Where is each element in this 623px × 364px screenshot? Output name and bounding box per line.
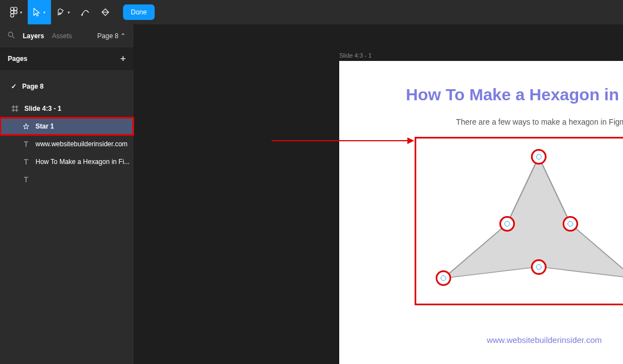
vertex-point[interactable]	[531, 149, 547, 165]
done-button[interactable]: Done	[123, 4, 155, 20]
text-icon	[22, 141, 30, 147]
page-row[interactable]: ✓ Page 8	[0, 78, 134, 95]
layer-row-text[interactable]: www.websitebuilderinsider.com	[0, 135, 134, 153]
page-row-label: Page 8	[22, 83, 44, 90]
svg-point-6	[8, 32, 13, 37]
frame-icon	[11, 105, 19, 112]
bend-tool-button[interactable]	[75, 0, 95, 24]
paint-bucket-tool-button[interactable]	[95, 0, 115, 24]
tab-layers[interactable]: Layers	[23, 32, 44, 40]
canvas[interactable]: Slide 4:3 - 1 How To Make a Hexagon in F…	[134, 24, 623, 364]
pages-header: Pages +	[0, 48, 134, 70]
page-selector[interactable]: Page 8 ⌃	[98, 32, 126, 40]
pen-tool-button[interactable]: ▾	[51, 0, 75, 24]
slide-subtitle: There are a few ways to make a hexagon i…	[339, 117, 623, 126]
vertex-point[interactable]	[531, 259, 547, 275]
star-shape[interactable]	[433, 150, 623, 293]
chevron-up-icon: ⌃	[120, 32, 126, 40]
frame-label[interactable]: Slide 4:3 - 1	[339, 52, 372, 59]
svg-point-4	[11, 14, 14, 17]
chevron-down-icon: ▾	[43, 10, 45, 15]
toolbar: ▾ ▾ ▾ Done	[0, 0, 623, 24]
slide-frame[interactable]: How To Make a Hexagon in Figma? There ar…	[339, 61, 623, 364]
svg-point-0	[11, 7, 14, 11]
svg-line-7	[12, 36, 14, 38]
layer-row-star[interactable]: Star 1	[0, 117, 134, 135]
check-icon: ✓	[11, 83, 17, 90]
vertex-point[interactable]	[499, 216, 515, 232]
annotation-arrow	[272, 140, 413, 141]
layers-list: Slide 4:3 - 1 Star 1 www.websitebuilderi…	[0, 100, 134, 188]
vertex-point[interactable]	[563, 216, 578, 232]
layer-label: www.websitebuilderinsider.com	[35, 140, 127, 148]
add-page-button[interactable]: +	[120, 53, 126, 64]
layer-label: Star 1	[35, 122, 54, 130]
svg-marker-8	[443, 157, 623, 278]
slide-footer: www.websitebuilderinsider.com	[339, 335, 623, 345]
chevron-down-icon: ▾	[68, 10, 70, 15]
layer-label: How To Make a Hexagon in Fi...	[35, 158, 130, 166]
text-icon	[22, 159, 30, 165]
layer-row-frame[interactable]: Slide 4:3 - 1	[0, 100, 134, 117]
svg-point-3	[14, 11, 17, 14]
svg-point-1	[14, 7, 17, 11]
layer-row-text[interactable]	[0, 171, 134, 188]
slide-title: How To Make a Hexagon in Figma?	[339, 61, 623, 104]
tab-assets[interactable]: Assets	[52, 32, 72, 40]
svg-point-5	[81, 14, 83, 16]
chevron-down-icon: ▾	[20, 10, 22, 15]
layer-row-text[interactable]: How To Make a Hexagon in Fi...	[0, 153, 134, 171]
annotation-box	[415, 137, 623, 305]
star-icon	[22, 123, 30, 130]
figma-menu-button[interactable]: ▾	[4, 0, 28, 24]
pages-label: Pages	[8, 55, 27, 63]
layer-label: Slide 4:3 - 1	[24, 105, 62, 112]
move-tool-button[interactable]: ▾	[28, 0, 51, 24]
left-panel: Layers Assets Page 8 ⌃ Pages + ✓ Page 8 …	[0, 24, 134, 364]
svg-point-2	[11, 11, 14, 14]
text-icon	[22, 177, 30, 183]
search-icon[interactable]	[8, 32, 15, 40]
vertex-point[interactable]	[436, 270, 451, 286]
